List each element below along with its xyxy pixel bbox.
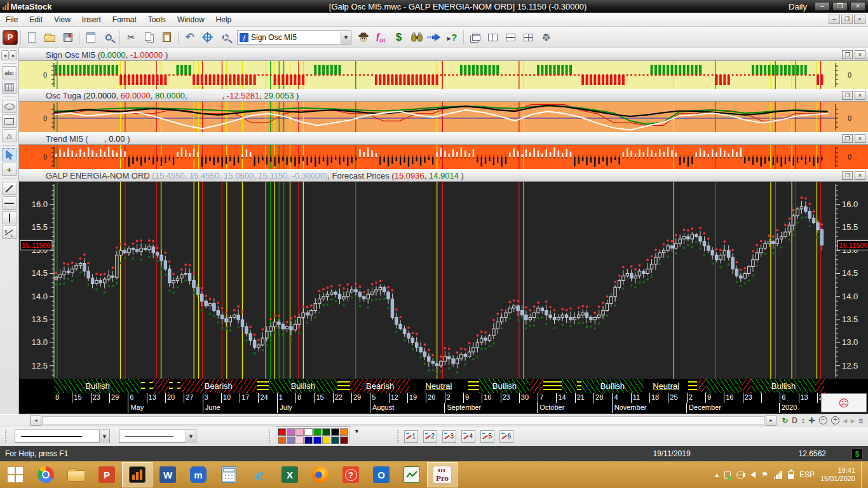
- page-right-button[interactable]: ▸: [851, 416, 855, 426]
- taskbar-project[interactable]: [397, 462, 427, 487]
- panel-restore-button[interactable]: ❐: [842, 171, 853, 180]
- color-swatch[interactable]: [322, 437, 330, 444]
- taskbar-file-explorer[interactable]: [61, 462, 92, 487]
- color-swatch[interactable]: [313, 437, 322, 444]
- palette-next-button[interactable]: ▸: [10, 50, 17, 60]
- taskbar-help[interactable]: ?: [336, 462, 366, 487]
- vertical-line-tool[interactable]: [2, 211, 17, 224]
- toolbar-grip[interactable]: [5, 430, 7, 443]
- color-swatch[interactable]: [304, 428, 313, 436]
- taskbar-firefox[interactable]: [305, 462, 336, 487]
- stop-loss-tool[interactable]: SL: [2, 226, 17, 239]
- taskbar-metastock[interactable]: [122, 462, 153, 487]
- color-swatch[interactable]: [340, 437, 348, 444]
- template-button-5[interactable]: 5: [480, 430, 494, 443]
- print-preview-button[interactable]: [100, 29, 117, 46]
- taskbar-excel[interactable]: X: [275, 462, 305, 487]
- color-swatch[interactable]: [278, 437, 286, 444]
- taskbar-clock[interactable]: 19:41 15/01/2020: [820, 466, 855, 483]
- cascade-windows-button[interactable]: [466, 29, 484, 46]
- quicklist-dropdown-arrow[interactable]: ▼: [341, 31, 351, 44]
- panel-header-osc-tuga[interactable]: Osc Tuga (20.0000, 60.0000, 80.0000, -61…: [19, 89, 868, 102]
- zoom-out-button[interactable]: −: [819, 416, 827, 424]
- indicator-quicklist[interactable]: f Sign Osc MI5 ▼: [237, 30, 351, 44]
- restore-button[interactable]: ❐: [832, 2, 848, 11]
- panel-restore-button[interactable]: ❐: [842, 91, 853, 100]
- vertical-scale-button[interactable]: ↕: [801, 416, 805, 426]
- indicator-builder-button[interactable]: f(x): [372, 29, 390, 46]
- crosshair-tool[interactable]: +: [2, 163, 17, 176]
- menu-item-insert[interactable]: Insert: [76, 13, 107, 26]
- cut-button[interactable]: ✂: [123, 29, 140, 46]
- tile-vertical-button[interactable]: [484, 29, 501, 46]
- grid-tool[interactable]: [2, 81, 17, 94]
- refresh-button[interactable]: ↻: [782, 416, 788, 426]
- workspace-options-button[interactable]: [538, 29, 555, 46]
- pointer-tool[interactable]: [2, 148, 17, 161]
- menu-item-window[interactable]: Window: [172, 13, 210, 26]
- color-swatch[interactable]: [322, 428, 330, 436]
- panel-close-button[interactable]: ×: [855, 134, 865, 143]
- show-desktop-button[interactable]: [861, 461, 864, 488]
- panel-restore-button[interactable]: ❐: [842, 50, 853, 59]
- mdi-minimize-button[interactable]: –: [829, 15, 840, 24]
- expert-advisor-button[interactable]: $: [390, 29, 407, 46]
- tile-horizontal-button[interactable]: [502, 29, 519, 46]
- panel-restore-button[interactable]: ❐: [842, 134, 853, 143]
- ellipse-tool[interactable]: [2, 100, 17, 113]
- trendline-tool[interactable]: [2, 182, 17, 195]
- panel-header-trend[interactable]: Trend MI5 (0.00, 0.00 ) ❐ ×: [19, 132, 868, 145]
- menu-item-file[interactable]: File: [0, 13, 24, 26]
- color-swatch[interactable]: [304, 437, 313, 444]
- menu-item-view[interactable]: View: [48, 13, 76, 26]
- language-indicator[interactable]: ESP: [799, 470, 815, 479]
- crosshair-button[interactable]: [199, 29, 216, 46]
- help-pointer-button[interactable]: ?: [444, 29, 461, 46]
- template-button-6[interactable]: 6: [499, 430, 513, 443]
- taskbar-calculator[interactable]: [214, 462, 244, 487]
- open-button[interactable]: [41, 29, 58, 46]
- template-button-2[interactable]: 2: [423, 430, 437, 443]
- taskbar-word[interactable]: W: [153, 462, 183, 487]
- template-button-4[interactable]: 4: [461, 430, 475, 443]
- usb-device-icon[interactable]: [724, 471, 731, 479]
- color-swatch[interactable]: [313, 428, 322, 436]
- triangle-tool[interactable]: △: [2, 129, 17, 142]
- toolbar-grip[interactable]: [269, 430, 271, 443]
- start-button[interactable]: [0, 462, 31, 487]
- chart-menu-button[interactable]: ≡: [858, 416, 863, 426]
- menu-item-format[interactable]: Format: [107, 13, 142, 26]
- line-style-select[interactable]: ▼: [15, 430, 110, 443]
- osc-tuga-plot[interactable]: 00: [19, 102, 868, 132]
- color-swatch[interactable]: [287, 437, 295, 444]
- line-weight-select[interactable]: ▼: [119, 430, 196, 443]
- layout-button[interactable]: [82, 29, 99, 46]
- taskbar-metastock-pro[interactable]: Pro: [427, 462, 458, 487]
- signal-bars-icon[interactable]: [774, 471, 782, 479]
- color-swatch[interactable]: [331, 428, 339, 436]
- new-button[interactable]: [24, 29, 41, 46]
- minimize-button[interactable]: –: [815, 2, 830, 11]
- panel-header-main[interactable]: GALP ENERGIA-NOM ORD (15.4550, 15.4550, …: [19, 169, 868, 182]
- zoom-in-button[interactable]: +: [831, 416, 839, 424]
- save-button[interactable]: [59, 29, 76, 46]
- pan-button[interactable]: ✛: [809, 416, 815, 426]
- panel-close-button[interactable]: ×: [855, 50, 865, 59]
- mdi-restore-button[interactable]: ❐: [841, 15, 853, 24]
- panel-close-button[interactable]: ×: [855, 91, 865, 100]
- color-swatch[interactable]: [278, 428, 286, 436]
- color-swatch[interactable]: [295, 437, 304, 444]
- color-swatch[interactable]: [340, 428, 348, 436]
- color-swatch[interactable]: [287, 428, 295, 436]
- copy-button[interactable]: [140, 29, 158, 46]
- sign-osc-plot[interactable]: 00: [19, 61, 868, 89]
- line-weight-dropdown-arrow[interactable]: ▼: [186, 430, 196, 443]
- taskbar-outlook[interactable]: O: [366, 462, 397, 487]
- undo-button[interactable]: ↶: [181, 29, 198, 46]
- menu-item-tools[interactable]: Tools: [142, 13, 172, 26]
- flag-icon[interactable]: ⚑: [761, 470, 768, 479]
- menu-item-edit[interactable]: Edit: [24, 13, 48, 26]
- panel-close-button[interactable]: ×: [855, 171, 865, 180]
- palette-dropdown-arrow[interactable]: ▼: [354, 428, 363, 445]
- forecast-button[interactable]: [426, 29, 443, 46]
